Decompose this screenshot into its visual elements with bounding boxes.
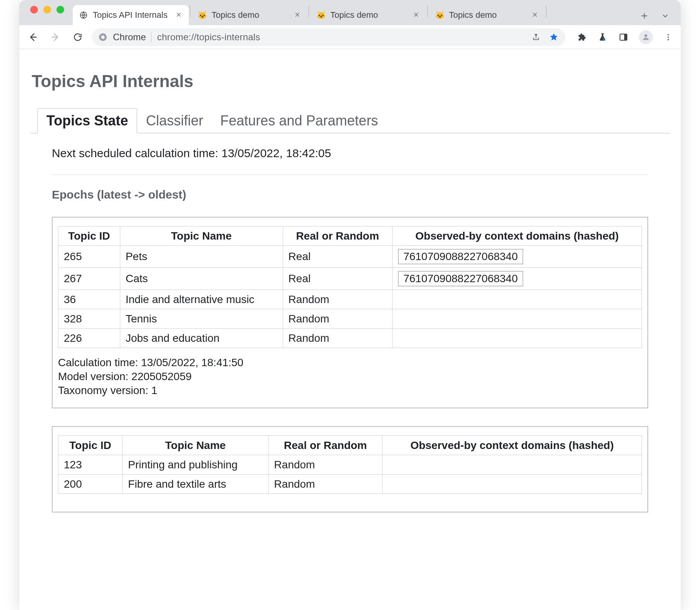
omnibox[interactable]: Chrome chrome://topics-internals xyxy=(92,28,565,46)
tab-close-button[interactable] xyxy=(413,12,420,19)
cell-observed-hash xyxy=(392,309,642,329)
cell-topic-id: 267 xyxy=(58,268,120,290)
cell-topic-name: Fibre and textile arts xyxy=(123,475,269,494)
cell-topic-id: 265 xyxy=(58,246,120,268)
puzzle-icon xyxy=(577,33,586,42)
table-header: Topic ID xyxy=(58,436,123,455)
table-header: Real or Random xyxy=(283,226,392,246)
nav-buttons xyxy=(26,31,84,44)
tab-close-button[interactable] xyxy=(294,12,301,19)
tab-strip-actions xyxy=(632,10,675,25)
chrome-product-icon xyxy=(98,33,108,42)
arrow-left-icon xyxy=(27,32,38,43)
epoch-box: Topic IDTopic NameReal or RandomObserved… xyxy=(52,426,648,512)
svg-point-3 xyxy=(603,38,605,41)
chevron-down-icon xyxy=(661,12,669,20)
topics-state-panel: Next scheduled calculation time: 13/05/2… xyxy=(30,134,670,512)
cell-observed-hash xyxy=(392,290,642,309)
cell-real-or-random: Random xyxy=(283,329,392,348)
browser-tab[interactable]: 🐱Topics demo xyxy=(191,5,307,25)
kebab-icon xyxy=(664,33,673,41)
window-close-button[interactable] xyxy=(30,6,38,14)
cell-observed-hash xyxy=(382,455,642,475)
browser-tab-title: Topics demo xyxy=(212,10,290,20)
tab-list-button[interactable] xyxy=(660,10,671,21)
browser-tab-title: Topics demo xyxy=(330,10,408,20)
cell-observed-hash xyxy=(392,329,642,348)
tab-close-button[interactable] xyxy=(532,12,539,19)
cell-real-or-random: Random xyxy=(268,475,382,494)
new-tab-button[interactable] xyxy=(639,10,650,21)
cell-topic-id: 328 xyxy=(58,309,120,329)
svg-point-9 xyxy=(668,39,669,40)
tab-strip: Topics API Internals🐱Topics demo🐱Topics … xyxy=(19,0,681,25)
menu-button[interactable] xyxy=(663,32,674,43)
tab-separator xyxy=(427,5,428,17)
table-header: Observed-by context domains (hashed) xyxy=(392,226,642,246)
page-content: Topics API Internals Topics StateClassif… xyxy=(19,49,681,610)
toolbar: Chrome chrome://topics-internals xyxy=(19,25,681,49)
side-panel-button[interactable] xyxy=(618,32,629,43)
table-row: 265PetsReal7610709088227068340 xyxy=(58,246,642,268)
table-header: Real or Random xyxy=(268,436,382,455)
epochs-heading: Epochs (latest -> oldest) xyxy=(52,188,648,201)
content-tab-classifier[interactable]: Classifier xyxy=(137,109,212,133)
toolbar-actions xyxy=(576,30,674,44)
person-icon xyxy=(642,33,650,41)
tab-close-button[interactable] xyxy=(176,12,183,19)
window-controls xyxy=(30,6,64,14)
table-header: Topic Name xyxy=(123,436,269,455)
epoch-box: Topic IDTopic NameReal or RandomObserved… xyxy=(52,217,648,408)
cell-observed-hash: 7610709088227068340 xyxy=(392,268,642,290)
back-button[interactable] xyxy=(26,31,39,44)
svg-point-7 xyxy=(668,34,669,35)
svg-point-8 xyxy=(668,36,669,38)
browser-window: Topics API Internals🐱Topics demo🐱Topics … xyxy=(19,0,681,610)
table-row: 123Printing and publishingRandom xyxy=(58,455,642,475)
browser-tab[interactable]: 🐱Topics demo xyxy=(429,5,545,25)
cell-real-or-random: Random xyxy=(268,455,382,475)
tab-separator xyxy=(309,5,309,17)
cat-icon: 🐱 xyxy=(316,10,326,20)
arrow-right-icon xyxy=(50,32,61,43)
window-maximize-button[interactable] xyxy=(56,6,64,14)
chrome-icon xyxy=(98,33,108,42)
window-minimize-button[interactable] xyxy=(43,6,51,14)
browser-tab[interactable]: 🐱Topics demo xyxy=(310,5,426,25)
cat-icon: 🐱 xyxy=(198,10,207,20)
model-version-line: Model version: 2205052059 xyxy=(58,370,642,383)
cell-topic-id: 123 xyxy=(58,455,123,475)
share-icon xyxy=(532,33,540,41)
omnibox-divider xyxy=(151,32,152,42)
svg-point-2 xyxy=(101,35,105,39)
cell-topic-name: Printing and publishing xyxy=(123,455,269,475)
browser-tab-active[interactable]: Topics API Internals xyxy=(73,5,189,25)
hash-value: 7610709088227068340 xyxy=(398,249,523,264)
table-header: Topic ID xyxy=(58,226,120,246)
cat-icon: 🐱 xyxy=(435,10,444,20)
bookmark-button[interactable] xyxy=(548,32,559,43)
profile-button[interactable] xyxy=(639,30,653,44)
content-tab-topics-state[interactable]: Topics State xyxy=(37,108,137,134)
cell-topic-id: 36 xyxy=(58,290,120,309)
svg-rect-5 xyxy=(624,34,627,40)
table-row: 267CatsReal7610709088227068340 xyxy=(58,268,642,290)
cell-topic-name: Pets xyxy=(120,246,283,268)
content-tab-features-and-parameters[interactable]: Features and Parameters xyxy=(212,109,386,133)
reload-icon xyxy=(73,32,83,42)
table-row: 200Fibre and textile artsRandom xyxy=(58,475,642,494)
labs-button[interactable] xyxy=(597,32,608,43)
cell-topic-name: Tennis xyxy=(120,309,283,329)
share-button[interactable] xyxy=(531,32,541,43)
table-header: Topic Name xyxy=(120,226,283,246)
cell-topic-id: 200 xyxy=(58,475,123,494)
reload-button[interactable] xyxy=(71,31,84,44)
forward-button[interactable] xyxy=(49,31,62,44)
cell-topic-name: Jobs and education xyxy=(120,329,283,348)
divider xyxy=(52,175,648,175)
svg-point-6 xyxy=(644,34,647,37)
extensions-button[interactable] xyxy=(576,32,587,43)
calc-time-line: Calculation time: 13/05/2022, 18:41:50 xyxy=(58,356,642,369)
flask-icon xyxy=(598,33,607,42)
topics-table: Topic IDTopic NameReal or RandomObserved… xyxy=(58,435,642,494)
